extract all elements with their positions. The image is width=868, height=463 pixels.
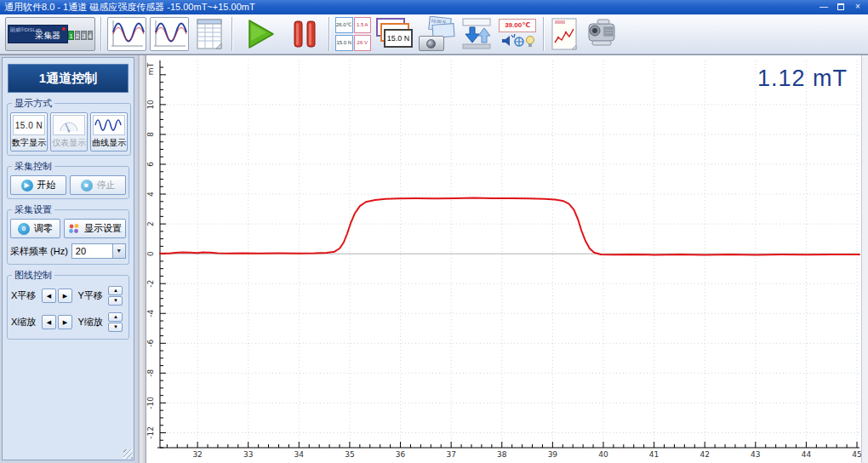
video-record-button[interactable]	[582, 17, 623, 51]
x-zoom-label: X缩放	[11, 316, 38, 329]
multi-display-button[interactable]: 26.0℃ 1.5 A 15.0 N 26 V	[335, 17, 371, 51]
svg-text:6: 6	[146, 162, 155, 167]
y-zoom-out-button[interactable]: ▼	[108, 323, 123, 332]
digital-display-label: 数字显示	[12, 137, 46, 149]
svg-text:39: 39	[548, 450, 558, 459]
x-zoom-out-button[interactable]: ◀	[42, 315, 56, 329]
svg-text:-12: -12	[146, 426, 155, 439]
stop-label: 停止	[97, 179, 116, 191]
magnetic-field-plot: 3233343536373839404142434445-12-10-8-6-4…	[146, 55, 861, 463]
snapshot-button[interactable]: 15.00 N	[417, 17, 456, 51]
collector-device-button[interactable]: 朗威®DISLab 采集器 1 2 3 4	[5, 17, 95, 51]
minimize-button[interactable]: —	[817, 2, 831, 13]
sample-rate-select[interactable]: 20 ▼	[71, 243, 126, 259]
chevron-down-icon[interactable]: ▼	[112, 244, 125, 258]
output-temperature-value: 39.00℃	[499, 19, 536, 32]
collector-tab-1[interactable]: 1	[68, 31, 73, 40]
svg-text:-6: -6	[146, 340, 155, 347]
svg-text:38: 38	[497, 450, 507, 459]
waveform-icon	[151, 19, 187, 49]
y-pan-up-button[interactable]: ▲	[108, 286, 123, 295]
stop-button[interactable]: ■ 停止	[70, 175, 126, 195]
import-export-button[interactable]	[460, 17, 494, 51]
svg-text:43: 43	[751, 450, 760, 459]
window-title: 通用软件8.0 - 1通道 磁感应强度传感器 -15.00mT~+15.00mT	[4, 2, 255, 12]
panel-title: 1通道控制	[8, 64, 128, 93]
display-mode-group: 显示方式 15.0 N 数字显示	[7, 97, 131, 156]
camcorder-icon	[582, 17, 623, 51]
toolbar-separator	[543, 17, 545, 51]
stacked-display-button[interactable]: 15.0 N	[374, 17, 414, 51]
svg-text:40: 40	[598, 450, 608, 459]
toolbar: 朗威®DISLab 采集器 1 2 3 4	[0, 14, 868, 54]
start-button[interactable]: ▶ 开始	[10, 175, 66, 195]
output-devices-icon	[499, 32, 536, 49]
play-icon	[244, 18, 277, 50]
svg-text:34: 34	[294, 450, 305, 459]
close-button[interactable]: ×	[851, 2, 865, 13]
svg-text:8: 8	[146, 132, 155, 137]
svg-text:33: 33	[243, 450, 253, 459]
svg-text:-2: -2	[146, 280, 155, 288]
svg-text:44: 44	[802, 450, 812, 459]
current-reading: 1.12 mT	[757, 66, 848, 92]
collector-screen: 朗威®DISLab 采集器	[8, 25, 68, 43]
graph-control-group: 图线控制 X平移 ◀ ▶ Y平移 ▲ ▼ X缩放	[7, 269, 129, 340]
waveform-view-button[interactable]	[107, 17, 146, 51]
y-zoom-in-button[interactable]: ▲	[108, 312, 123, 322]
svg-text:37: 37	[446, 450, 455, 459]
x-pan-label: X平移	[11, 289, 38, 302]
main-area: 1通道控制 显示方式 15.0 N 数字显示	[0, 54, 868, 463]
x-zoom-in-button[interactable]: ▶	[58, 315, 72, 329]
svg-text:2: 2	[146, 221, 155, 226]
collector-label: 采集器	[35, 30, 60, 42]
collector-tab-2[interactable]: 2	[75, 31, 80, 40]
svg-text:4: 4	[146, 191, 155, 197]
pause-icon	[292, 20, 317, 49]
curve-display-button[interactable]: 曲线显示	[90, 112, 128, 151]
quad-current-value: 1.5 A	[354, 17, 372, 33]
y-zoom-label: Y缩放	[78, 316, 106, 329]
chart-area: 3233343536373839404142434445-12-10-8-6-4…	[146, 55, 861, 463]
meter-display-button[interactable]: 仪表显示	[50, 112, 88, 151]
x-pan-left-button[interactable]: ◀	[42, 289, 56, 303]
table-icon	[196, 18, 223, 50]
meter-display-label: 仪表显示	[52, 137, 86, 149]
svg-text:-4: -4	[146, 310, 155, 317]
zero-adjust-button[interactable]: 0 调零	[10, 219, 60, 238]
svg-text:0: 0	[146, 251, 155, 256]
digital-display-value: 15.0 N	[15, 121, 43, 130]
vertical-scrollbar[interactable]	[861, 55, 868, 463]
title-bar: 通用软件8.0 - 1通道 磁感应强度传感器 -15.00mT~+15.00mT…	[0, 0, 868, 14]
svg-text:45: 45	[852, 450, 861, 459]
quad-force-value: 15.0 N	[335, 35, 353, 51]
display-settings-label: 显示设置	[84, 222, 122, 235]
curve-icon	[94, 117, 123, 133]
start-icon: ▶	[21, 180, 33, 191]
digital-display-button[interactable]: 15.0 N 数字显示	[10, 112, 48, 151]
waveform-view-2-button[interactable]	[150, 17, 189, 51]
maximize-button[interactable]	[834, 2, 848, 13]
y-pan-down-button[interactable]: ▼	[108, 296, 123, 306]
camera-lens-icon	[426, 39, 436, 49]
x-pan-right-button[interactable]: ▶	[58, 289, 72, 303]
display-settings-button[interactable]: 显示设置	[64, 219, 126, 238]
zero-icon: 0	[18, 223, 30, 235]
acquisition-settings-label: 采集设置	[12, 203, 54, 216]
panel-resize-grip[interactable]	[123, 449, 133, 459]
collector-tab-4[interactable]: 4	[88, 31, 93, 40]
sample-rate-value: 20	[76, 246, 86, 256]
acquisition-control-label: 采集控制	[12, 160, 54, 173]
gauge-icon	[58, 117, 80, 133]
pause-acquisition-button[interactable]	[286, 16, 323, 52]
collector-tab-3[interactable]: 3	[81, 31, 86, 40]
output-control-button[interactable]: 39.00℃	[497, 17, 538, 51]
data-table-button[interactable]	[192, 17, 226, 51]
svg-text:35: 35	[345, 450, 354, 459]
report-button[interactable]	[550, 17, 579, 51]
app-window: 通用软件8.0 - 1通道 磁感应强度传感器 -15.00mT~+15.00mT…	[0, 0, 868, 463]
panel-divider[interactable]	[138, 55, 146, 463]
svg-text:-8: -8	[146, 369, 155, 377]
start-acquisition-button[interactable]	[238, 16, 283, 52]
palette-icon	[68, 223, 80, 234]
